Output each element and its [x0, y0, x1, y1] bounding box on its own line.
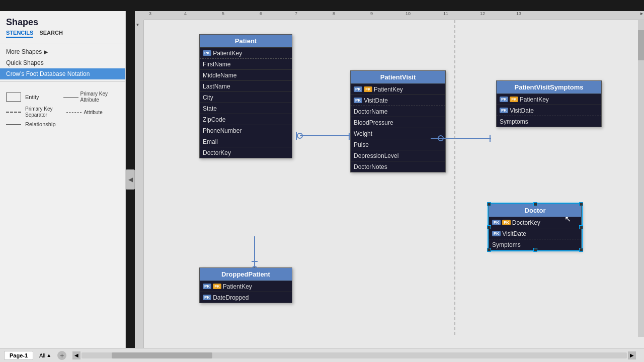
table-row: PK FK PatientKey: [497, 94, 601, 105]
table-dropped-patient[interactable]: DroppedPatient PK FK PatientKey PK DateD…: [199, 267, 292, 303]
add-page-button[interactable]: +: [57, 351, 66, 360]
row-weight: Weight: [354, 130, 442, 137]
pk-badge: PK: [203, 295, 211, 300]
row-state: State: [203, 105, 289, 112]
pk-badge: PK: [492, 231, 501, 236]
tab-search[interactable]: SEARCH: [39, 30, 62, 38]
table-row: PK PatientKey: [200, 47, 292, 58]
table-row: PK VisitDate: [351, 95, 445, 106]
table-patientvisit-header: PatientVisit: [351, 71, 445, 83]
ruler-mark: ►: [639, 11, 644, 16]
table-row: ZipCode: [200, 114, 292, 125]
pk-badge: PK: [354, 98, 362, 103]
scrollbar-thumb[interactable]: [112, 352, 212, 358]
collapse-sidebar-button[interactable]: ◀: [126, 169, 135, 190]
pk-badge: PK: [492, 220, 501, 225]
table-row: DepressionLevel: [351, 150, 445, 161]
scroll-left-button[interactable]: ◀: [72, 351, 80, 359]
sidebar-item-label: Quick Shapes: [6, 59, 44, 66]
arrow-icon: ▶: [44, 49, 48, 55]
row-phonenumber: PhoneNumber: [203, 127, 289, 134]
ruler-mark: 4: [184, 11, 187, 16]
row-zipcode: ZipCode: [203, 116, 289, 123]
scroll-right-button[interactable]: ▶: [628, 351, 636, 359]
ruler-mark: 3: [149, 11, 151, 16]
sidebar-item-label: Crow's Foot Database Notation: [6, 70, 90, 77]
table-dropped-header: DroppedPatient: [200, 268, 292, 281]
chevron-up-icon: ▲: [46, 352, 51, 358]
ruler-mark: 7: [295, 11, 297, 16]
table-row: Weight: [351, 128, 445, 139]
table-row: Email: [200, 136, 292, 147]
table-row: Symptoms: [497, 116, 601, 127]
table-patient-visit[interactable]: PatientVisit PK FK PatientKey PK VisitDa…: [350, 70, 446, 172]
horizontal-scrollbar[interactable]: [82, 352, 627, 358]
table-row: DoctorKey: [200, 147, 292, 158]
sidebar-item-crowsfoot[interactable]: Crow's Foot Database Notation: [0, 68, 125, 79]
sidebar-item-label: More Shapes: [6, 48, 42, 55]
fk-badge: FK: [213, 284, 221, 289]
ruler-mark: 5: [222, 11, 224, 16]
table-row: Pulse: [351, 139, 445, 150]
table-patient[interactable]: Patient PK PatientKey FirstName MiddleNa…: [199, 34, 292, 158]
sidebar-tabs: STENCILS SEARCH: [0, 29, 125, 42]
table-patient-rows: PK PatientKey FirstName MiddleName LastN…: [200, 47, 292, 158]
chevron-right-icon: ▶: [630, 352, 634, 358]
table-row: City: [200, 92, 292, 103]
table-row: State: [200, 103, 292, 114]
pk-badge: PK: [203, 50, 211, 56]
sidebar-divider: [0, 44, 125, 44]
stencil-entity[interactable]: Entity Primary Key Attribute: [6, 91, 119, 103]
relationship-shape: [6, 124, 21, 125]
vertical-scrollbar[interactable]: [638, 20, 644, 337]
bottom-bar: Page-1 All ▲ + ◀ ▶: [0, 348, 644, 362]
pk-line: [63, 97, 78, 98]
table-pvs[interactable]: PatientVisitSymptoms PK FK PatientKey PK…: [496, 80, 602, 127]
table-doctor[interactable]: Doctor PK FK DoctorKey PK VisitDate Symp…: [489, 204, 582, 250]
all-tab[interactable]: All ▲: [35, 351, 55, 359]
row-patientkey: PatientKey: [374, 86, 442, 93]
pk-sep-shape: [6, 112, 21, 113]
row-depressionlevel: DepressionLevel: [354, 152, 442, 159]
row-doctornotes: DoctorNotes: [354, 163, 442, 170]
row-visitdate: VisitDate: [502, 230, 578, 237]
ruler-mark: 11: [443, 11, 448, 16]
table-row: PhoneNumber: [200, 125, 292, 136]
row-middlename: MiddleName: [203, 72, 289, 79]
stencil-pk-sep[interactable]: Primary Key Separator Attribute: [6, 106, 119, 118]
stencil-section: Entity Primary Key Attribute Primary Key: [0, 84, 125, 134]
page-tabs: Page-1 All ▲ +: [4, 351, 66, 360]
stencil-relationship[interactable]: Relationship: [6, 121, 119, 127]
ruler-mark: 6: [260, 11, 262, 16]
row-patientkey: PatientKey: [520, 96, 598, 103]
table-row: PK DateDropped: [200, 292, 292, 303]
table-doctor-rows: PK FK DoctorKey PK VisitDate Symptoms: [489, 217, 581, 250]
row-doctorname: DoctorName: [354, 108, 442, 115]
tab-stencils[interactable]: STENCILS: [6, 30, 33, 38]
ruler-left: ▼: [135, 20, 144, 348]
row-symptoms: Symptoms: [492, 241, 578, 248]
table-row: DoctorName: [351, 106, 445, 117]
ruler-corner: [135, 11, 144, 20]
entity-label: Entity: [25, 94, 39, 100]
page-tab-1[interactable]: Page-1: [4, 351, 33, 360]
table-dropped-rows: PK FK PatientKey PK DateDropped: [200, 281, 292, 303]
row-lastname: LastName: [203, 83, 289, 90]
all-label: All: [39, 352, 45, 358]
fk-badge: FK: [510, 97, 518, 102]
row-email: Email: [203, 138, 289, 145]
chevron-left-icon: ◀: [74, 352, 78, 358]
table-pvs-header: PatientVisitSymptoms: [497, 81, 601, 94]
canvas-content: Patient PK PatientKey FirstName MiddleNa…: [144, 20, 644, 337]
scrollbar-thumb[interactable]: [638, 30, 644, 60]
ruler-mark: 10: [406, 11, 411, 16]
table-row: BloodPressure: [351, 117, 445, 128]
table-row: PK VisitDate: [489, 228, 581, 239]
sidebar-item-quick-shapes[interactable]: Quick Shapes: [0, 57, 125, 68]
sidebar-item-more-shapes[interactable]: More Shapes ▶: [0, 46, 125, 57]
ruler-mark: 8: [333, 11, 335, 16]
row-firstname: FirstName: [203, 61, 289, 68]
fk-badge: FK: [502, 220, 511, 225]
ruler-mark: 12: [480, 11, 485, 16]
table-patientvisit-rows: PK FK PatientKey PK VisitDate DoctorName…: [351, 83, 445, 172]
